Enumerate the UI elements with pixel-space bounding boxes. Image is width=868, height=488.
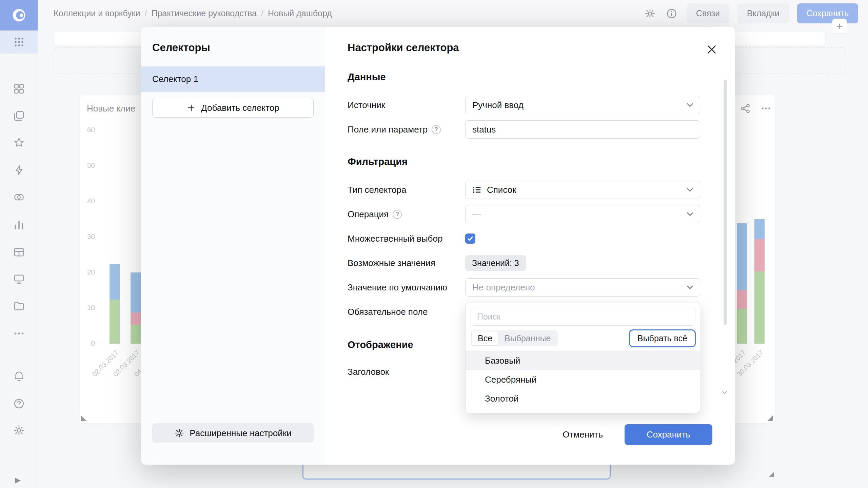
- chevron-down-icon: [685, 100, 695, 110]
- default-value-select[interactable]: Не определено: [465, 278, 700, 297]
- dropdown-filter-tabs: Все Выбранные Выбрать всё: [471, 330, 695, 346]
- operation-select[interactable]: —: [465, 205, 700, 223]
- field-label-text: Поле или параметр: [348, 124, 428, 135]
- scrollbar-thumb[interactable]: [724, 80, 727, 325]
- operation-row: Операция ? —: [348, 205, 700, 223]
- tabs-track: Все Выбранные: [471, 330, 558, 346]
- source-select[interactable]: Ручной ввод: [465, 96, 700, 114]
- operation-label: Операция ?: [348, 209, 465, 220]
- operation-value: —: [472, 209, 481, 220]
- dialog-footer: Отменить Сохранить: [556, 424, 712, 445]
- chevron-down-icon: [685, 282, 695, 292]
- help-question-icon[interactable]: ?: [393, 210, 402, 219]
- advanced-settings-button[interactable]: Расширенные настройки: [152, 423, 314, 443]
- possible-values-label: Возможные значения: [348, 258, 465, 268]
- source-row: Источник Ручной ввод: [348, 96, 700, 114]
- tab-selected[interactable]: Выбранные: [498, 331, 557, 345]
- field-input[interactable]: [465, 120, 700, 139]
- option-item[interactable]: Серебряный: [466, 370, 700, 389]
- section-filter: Фильтрация: [348, 156, 735, 167]
- tab-all[interactable]: Все: [472, 331, 498, 345]
- selector-type-select[interactable]: Список: [465, 181, 700, 199]
- multi-select-row: Множественный выбор: [348, 229, 700, 248]
- select-all-button[interactable]: Выбрать всё: [630, 330, 695, 346]
- chevron-down-icon: [685, 209, 695, 219]
- selector-type-row: Тип селектора Список: [348, 181, 700, 199]
- option-item[interactable]: Золотой: [466, 389, 700, 408]
- source-value: Ручной ввод: [472, 100, 524, 110]
- save-selector-button[interactable]: Сохранить: [625, 424, 712, 445]
- add-selector-label: Добавить селектор: [201, 103, 279, 113]
- selector-list-item[interactable]: Селектор 1: [141, 66, 325, 92]
- list-icon: [472, 185, 482, 195]
- default-value-dropdown: Все Выбранные Выбрать всё Базовый Серебр…: [465, 303, 700, 413]
- advanced-settings-label: Расширенные настройки: [190, 428, 291, 439]
- settings-title: Настройки селектора: [348, 42, 735, 54]
- selector-type-label: Тип селектора: [348, 185, 465, 195]
- check-icon: [467, 235, 474, 242]
- default-value-label: Значение по умолчанию: [348, 282, 465, 293]
- field-row: Поле или параметр ?: [348, 120, 700, 139]
- cancel-button[interactable]: Отменить: [556, 424, 610, 445]
- option-item[interactable]: Базовый: [466, 351, 700, 370]
- scrollbar-down-arrow[interactable]: [721, 389, 728, 396]
- multi-select-label: Множественный выбор: [348, 233, 465, 244]
- close-icon[interactable]: [706, 43, 718, 56]
- add-selector-button[interactable]: Добавить селектор: [152, 98, 314, 118]
- multi-select-checkbox[interactable]: [465, 233, 475, 244]
- operation-label-text: Операция: [348, 209, 389, 220]
- dropdown-options-list: Базовый Серебряный Золотой: [466, 351, 700, 408]
- default-value-row: Значение по умолчанию Не определено: [348, 278, 700, 297]
- selectors-panel: Селекторы Селектор 1 Добавить селектор Р…: [141, 27, 325, 465]
- required-field-label: Обязательное поле: [348, 307, 465, 317]
- possible-values-row: Возможные значения Значений: 3: [348, 254, 700, 272]
- plus-icon: [186, 103, 196, 113]
- dropdown-search-input[interactable]: [471, 308, 695, 326]
- help-question-icon[interactable]: ?: [432, 125, 441, 134]
- field-label: Поле или параметр ?: [348, 124, 465, 135]
- default-value-placeholder: Не определено: [472, 282, 535, 293]
- values-count-chip[interactable]: Значений: 3: [465, 255, 526, 271]
- section-data: Данные: [348, 71, 735, 83]
- title-label: Заголовок: [348, 367, 465, 377]
- gear-icon: [174, 428, 184, 438]
- selectors-panel-title: Селекторы: [141, 27, 325, 54]
- selector-settings-dialog: Селекторы Селектор 1 Добавить селектор Р…: [141, 27, 735, 465]
- chevron-down-icon: [685, 185, 695, 195]
- source-label: Источник: [348, 100, 465, 110]
- selector-type-value: Список: [487, 185, 516, 195]
